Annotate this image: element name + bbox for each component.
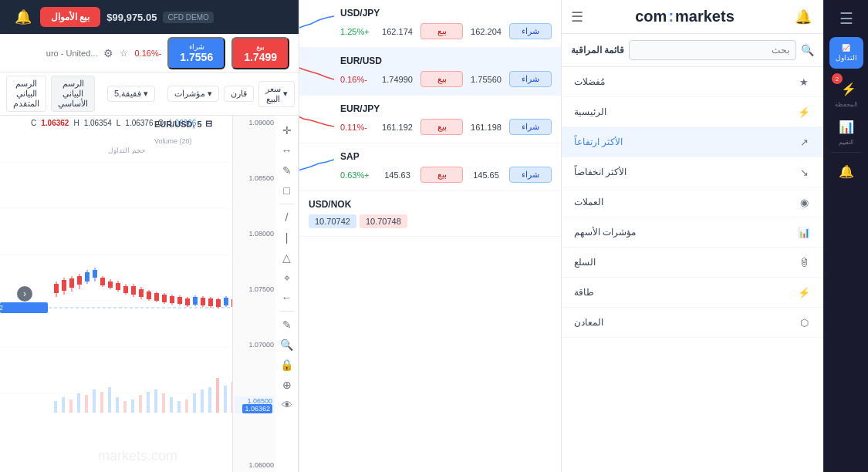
eurjpy-sell-button[interactable]: بيع <box>420 119 463 135</box>
scroll-left-button[interactable]: ‹ <box>17 286 32 302</box>
svg-rect-37 <box>62 280 66 291</box>
current-price-label: 1.065001.06362 <box>235 396 274 413</box>
category-currencies[interactable]: ◉ العملات <box>562 187 823 217</box>
category-favorites[interactable]: ★ مُفضلات <box>562 67 823 97</box>
instrument-name: SAP <box>340 151 360 162</box>
category-commodities[interactable]: 🛢 السلع <box>562 248 823 278</box>
svg-rect-51 <box>116 283 120 290</box>
category-stocks[interactable]: 📊 مؤشرات الأسهم <box>562 217 823 248</box>
instrument-usdjpy[interactable]: USD/JPY شراء 162.204 بيع 162.174 +1.25% <box>299 0 561 48</box>
svg-rect-79 <box>224 298 228 305</box>
eurusd-buy-button[interactable]: شراء <box>509 71 552 87</box>
draw-tool[interactable]: ✎ <box>279 162 296 179</box>
header-notification-button[interactable]: 🔔 <box>12 6 34 28</box>
svg-rect-67 <box>177 297 182 304</box>
basic-chart-button[interactable]: الرسم البياني الأساسي <box>51 76 95 112</box>
svg-rect-47 <box>100 278 105 285</box>
svg-rect-77 <box>216 299 221 307</box>
category-energy[interactable]: ⚡ طاقة <box>562 278 823 308</box>
eurjpy-buy-button[interactable]: شراء <box>509 119 552 135</box>
fib-tool[interactable]: ⌖ <box>279 269 296 286</box>
svg-rect-24 <box>193 393 196 413</box>
instrument-name: EUR/JPY <box>340 103 380 114</box>
menu-button[interactable]: ☰ <box>571 8 583 25</box>
advanced-chart-button[interactable]: الرسم البياني المتقدم <box>6 76 46 112</box>
svg-rect-12 <box>100 392 103 413</box>
svg-rect-18 <box>147 392 150 413</box>
left-tools-panel: ✛ ↔ ✎ □ / | △ ⌖ ← ✎ 🔍 🔒 ⊕ 👁 <box>275 116 299 472</box>
indicators-button[interactable]: مؤشرات ▾ <box>167 86 219 102</box>
trade-tab[interactable]: 📈 التداول <box>829 37 863 69</box>
sap-buy-price: 145.65 <box>466 170 506 180</box>
svg-rect-13 <box>108 387 111 413</box>
chart-sell-button[interactable]: بيع 1.7499 <box>231 37 289 69</box>
right-sidebar: ☰ 📈 التداول ⚡ 2 المحفظة 📊 التقييم 🔔 <box>823 0 868 472</box>
tools-separator <box>279 204 295 204</box>
chart-settings-icon[interactable]: ⚙ <box>103 47 113 59</box>
compare-button[interactable]: قارن <box>224 86 254 102</box>
search-icon: 🔍 <box>801 44 814 56</box>
price-button[interactable]: سعر البيع ▾ <box>258 81 295 107</box>
price-chevron-icon: ▾ <box>283 89 288 99</box>
instruments-panel: USD/JPY شراء 162.204 بيع 162.174 +1.25% … <box>299 0 561 472</box>
usdjpy-sparkline <box>299 12 334 35</box>
svg-rect-39 <box>69 278 74 288</box>
lock-tool[interactable]: 🔒 <box>279 356 296 373</box>
favorite-icon[interactable]: ☆ <box>120 48 128 59</box>
usdjpy-change: +1.25% <box>340 27 374 36</box>
add-tool[interactable]: ⊕ <box>279 376 296 393</box>
svg-rect-43 <box>85 272 90 282</box>
eye-tool[interactable]: 👁 <box>279 396 296 413</box>
chart-instrument-bar: بيع 1.7499 شراء 1.7556 -0.16% ☆ ⚙ ...uro… <box>0 34 299 72</box>
timeframe-button[interactable]: 5,فقيقة ▾ <box>107 86 155 102</box>
sap-sell-button[interactable]: بيع <box>420 167 463 183</box>
header-sell-button[interactable]: بيع الأموال <box>40 7 100 27</box>
svg-rect-20 <box>162 393 165 413</box>
arrow-tool[interactable]: ↔ <box>279 142 296 159</box>
hamburger-button[interactable]: ☰ <box>834 6 859 31</box>
svg-rect-19 <box>154 389 157 413</box>
usdjpy-buy-button[interactable]: شراء <box>509 23 552 39</box>
instrument-eurusd[interactable]: EUR/USD شراء 1.75560 بيع 1.74990 -0.16% <box>299 48 561 96</box>
rect-tool[interactable]: □ <box>279 182 296 199</box>
category-trending-up[interactable]: ↗ الأكثر ارتفاعاً <box>562 127 823 157</box>
watchlist-label: قائمة المراقبة <box>571 45 624 56</box>
search-input[interactable] <box>629 40 796 60</box>
watchlist-tab[interactable]: ⚡ 2 المحفظة <box>835 76 857 108</box>
notification-button[interactable]: 🔔 <box>792 6 814 28</box>
eurusd-sell-button[interactable]: بيع <box>420 71 463 87</box>
back-tool[interactable]: ← <box>279 289 296 306</box>
svg-rect-16 <box>131 400 134 413</box>
svg-rect-15 <box>123 401 127 413</box>
pencil-tool[interactable]: ✎ <box>279 316 296 333</box>
instrument-eurjpy[interactable]: EUR/JPY شراء 161.198 بيع 161.192 -0.11% <box>299 96 561 143</box>
svg-rect-6 <box>54 401 57 413</box>
svg-rect-49 <box>108 282 113 288</box>
usdjpy-buy-price: 162.204 <box>466 27 506 36</box>
panel-header: 🔔 markets : com ☰ <box>562 0 823 34</box>
usdjpy-sell-button[interactable]: بيع <box>420 23 463 39</box>
line-tool[interactable]: / <box>279 209 296 226</box>
main-icon: ⚡ <box>797 105 811 119</box>
category-trending-down[interactable]: ↘ الأكثر انخفاضاً <box>562 157 823 187</box>
svg-rect-75 <box>208 298 213 306</box>
ratings-tab[interactable]: 📊 التقييم <box>838 114 855 146</box>
crosshair-tool[interactable]: ✛ <box>279 122 296 139</box>
svg-rect-73 <box>201 298 205 305</box>
magnify-tool[interactable]: 🔍 <box>279 336 296 353</box>
category-metals[interactable]: ⬡ المعادن <box>562 308 823 338</box>
category-main[interactable]: ⚡ الرئيسية <box>562 97 823 127</box>
usdnok-buy-price: 10.70748 <box>360 214 407 228</box>
sap-buy-button[interactable]: شراء <box>509 167 552 183</box>
chart-buy-button[interactable]: شراء 1.7556 <box>167 37 225 69</box>
search-area: 🔍 قائمة المراقبة <box>562 34 823 67</box>
triangle-tool[interactable]: △ <box>279 249 296 266</box>
vline-tool[interactable]: | <box>279 229 296 246</box>
bell-tab[interactable]: 🔔 <box>838 159 855 184</box>
chart-header: 🔔 بيع الأموال $99,975.05 CFD DEMO <box>0 0 299 34</box>
eurusd-sell-price: 1.74990 <box>377 75 417 84</box>
instrument-sap[interactable]: SAP شراء 145.65 بيع 145.63 +0.63% <box>299 143 561 191</box>
instrument-usdnok[interactable]: USD/NOK 10.70748 10.70742 <box>299 191 561 237</box>
svg-rect-9 <box>77 393 80 413</box>
chevron-down-icon: ▾ <box>144 89 148 99</box>
